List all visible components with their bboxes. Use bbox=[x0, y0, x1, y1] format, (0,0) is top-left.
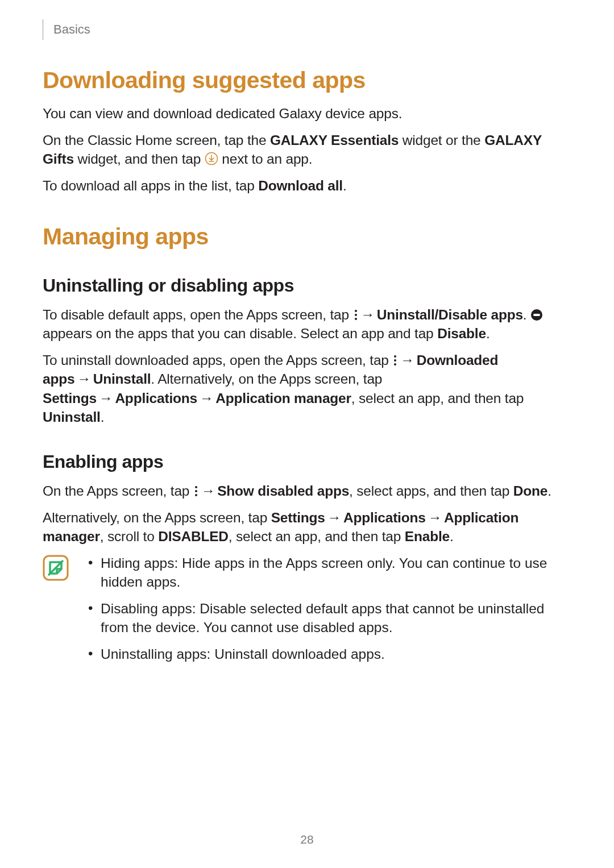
breadcrumb: Basics bbox=[53, 22, 90, 37]
body-text: Alternatively, on the Apps screen, tap S… bbox=[43, 508, 571, 546]
svg-point-8 bbox=[394, 363, 396, 366]
body-text: To download all apps in the list, tap Do… bbox=[43, 176, 571, 195]
more-options-icon bbox=[193, 485, 199, 497]
header-divider bbox=[43, 19, 43, 40]
note-icon bbox=[43, 555, 69, 583]
body-text: To disable default apps, open the Apps s… bbox=[43, 305, 571, 343]
svg-rect-5 bbox=[533, 314, 540, 316]
note-list: Hiding apps: Hide apps in the Apps scree… bbox=[85, 554, 571, 671]
svg-point-1 bbox=[355, 310, 357, 312]
note-block: Hiding apps: Hide apps in the Apps scree… bbox=[43, 554, 571, 671]
disable-badge-icon bbox=[530, 309, 543, 321]
svg-point-2 bbox=[355, 314, 357, 316]
section-heading-downloading: Downloading suggested apps bbox=[43, 67, 571, 94]
document-page: Basics Downloading suggested apps You ca… bbox=[0, 0, 614, 868]
subheading-uninstalling: Uninstalling or disabling apps bbox=[43, 275, 571, 296]
svg-point-6 bbox=[394, 355, 396, 358]
section-heading-managing: Managing apps bbox=[43, 223, 571, 250]
list-item: Uninstalling apps: Uninstall downloaded … bbox=[85, 645, 571, 663]
more-options-icon bbox=[392, 354, 398, 367]
subheading-enabling: Enabling apps bbox=[43, 451, 571, 472]
page-header: Basics bbox=[43, 19, 571, 40]
body-text: On the Classic Home screen, tap the GALA… bbox=[43, 131, 571, 168]
svg-point-7 bbox=[394, 359, 396, 362]
body-text: On the Apps screen, tap →Show disabled a… bbox=[43, 481, 571, 500]
svg-point-11 bbox=[195, 494, 197, 496]
body-text: To uninstall downloaded apps, open the A… bbox=[43, 351, 571, 426]
list-item: Hiding apps: Hide apps in the Apps scree… bbox=[85, 554, 571, 591]
svg-point-10 bbox=[195, 490, 197, 492]
more-options-icon bbox=[353, 309, 359, 321]
body-text: You can view and download dedicated Gala… bbox=[43, 104, 571, 123]
page-number: 28 bbox=[0, 833, 614, 846]
svg-point-3 bbox=[355, 318, 357, 320]
list-item: Disabling apps: Disable selected default… bbox=[85, 599, 571, 637]
svg-point-9 bbox=[195, 486, 197, 488]
download-circle-icon bbox=[205, 152, 218, 165]
